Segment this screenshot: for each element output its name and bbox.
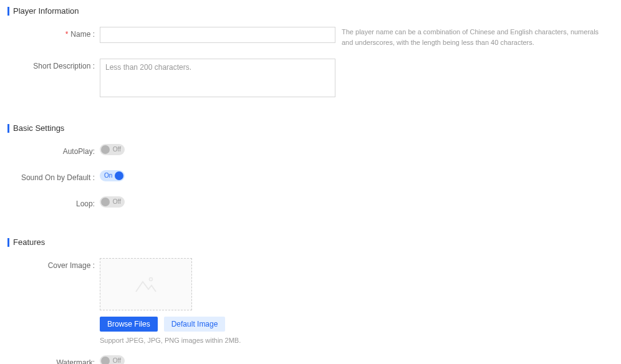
label-autoplay: AutoPlay:: [0, 144, 100, 159]
section-bar-icon: [7, 7, 9, 16]
row-name: *Name : The player name can be a combina…: [0, 27, 621, 47]
watermark-toggle[interactable]: Off: [100, 355, 125, 364]
section-basic-settings: Basic Settings: [7, 123, 621, 133]
short-description-input[interactable]: [100, 59, 335, 97]
toggle-knob-icon: [101, 198, 110, 206]
row-sound-on: Sound On by Default : On: [0, 170, 621, 185]
autoplay-toggle[interactable]: Off: [100, 144, 125, 155]
image-placeholder-icon: [135, 275, 157, 293]
name-hint: The player name can be a combination of …: [342, 27, 610, 47]
label-cover-image: Cover Image :: [0, 258, 100, 273]
label-loop: Loop:: [0, 196, 100, 211]
row-watermark: Watermark: Off: [0, 355, 621, 364]
required-asterisk: *: [65, 30, 69, 39]
svg-point-0: [150, 278, 153, 281]
row-cover-image: Cover Image : Browse Files Default Image…: [0, 258, 621, 344]
row-short-description: Short Description :: [0, 59, 621, 97]
sound-on-toggle[interactable]: On: [100, 170, 125, 181]
loop-toggle[interactable]: Off: [100, 196, 125, 208]
toggle-knob-icon: [101, 145, 110, 154]
toggle-state-label: Off: [113, 146, 121, 153]
browse-files-button[interactable]: Browse Files: [100, 317, 158, 332]
toggle-state-label: On: [104, 172, 112, 179]
toggle-state-label: Off: [113, 198, 121, 205]
cover-image-dropzone[interactable]: [100, 258, 192, 310]
name-input[interactable]: [100, 27, 335, 43]
section-title: Player Information: [13, 6, 79, 16]
default-image-button[interactable]: Default Image: [164, 317, 226, 332]
section-bar-icon: [7, 238, 9, 247]
section-title: Basic Settings: [13, 123, 64, 133]
row-autoplay: AutoPlay: Off: [0, 144, 621, 159]
toggle-knob-icon: [101, 357, 110, 364]
section-title: Features: [13, 237, 45, 247]
row-loop: Loop: Off: [0, 196, 621, 211]
toggle-state-label: Off: [113, 357, 121, 364]
section-player-information: Player Information: [7, 6, 621, 16]
label-sound-on: Sound On by Default :: [0, 170, 100, 185]
label-watermark: Watermark:: [0, 355, 100, 364]
section-features: Features: [7, 237, 621, 247]
cover-support-hint: Support JPEG, JPG, PNG images within 2MB…: [100, 337, 241, 344]
toggle-knob-icon: [115, 171, 123, 180]
section-bar-icon: [7, 124, 9, 133]
label-short-description: Short Description :: [0, 59, 100, 74]
label-name: *Name :: [0, 27, 100, 42]
